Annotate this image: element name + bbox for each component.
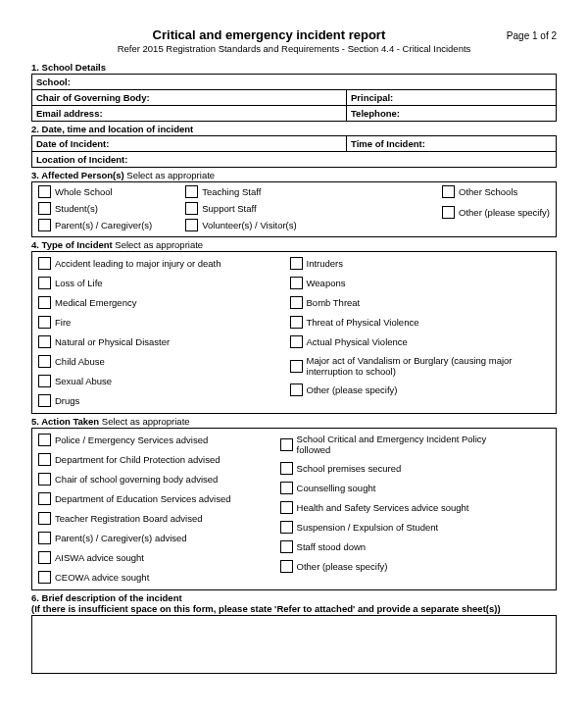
checkbox[interactable] <box>280 501 293 514</box>
school-details-table: School: Chair of Governing Body: Princip… <box>31 74 557 122</box>
checkbox[interactable] <box>38 551 51 564</box>
school-field[interactable]: School: <box>32 75 557 90</box>
principal-field[interactable]: Principal: <box>347 90 557 106</box>
checkbox-label: Counselling sought <box>297 483 376 493</box>
checkbox[interactable] <box>280 560 293 573</box>
checkbox[interactable] <box>185 219 198 231</box>
checkbox-label: Drugs <box>55 395 79 406</box>
checkbox-label: Police / Emergency Services advised <box>55 435 208 445</box>
checkbox[interactable] <box>290 316 303 329</box>
type-incident-box: Accident leading to major injury or deat… <box>31 251 557 414</box>
checkbox-item: Support Staff <box>185 202 296 215</box>
checkbox[interactable] <box>38 355 51 368</box>
checkbox[interactable] <box>38 571 51 584</box>
checkbox-item: School premises secured <box>280 462 503 475</box>
checkbox-item: Counselling sought <box>280 482 503 494</box>
checkbox[interactable] <box>442 185 455 198</box>
checkbox-label: Staff stood down <box>297 541 367 552</box>
checkbox-label: Weapons <box>307 278 346 288</box>
checkbox[interactable] <box>38 335 51 348</box>
checkbox-item: CEOWA advice sought <box>38 571 231 584</box>
checkbox[interactable] <box>38 492 51 505</box>
checkbox-item: Intruders <box>290 257 513 270</box>
page-title: Critical and emergency incident report <box>31 27 507 42</box>
section-6-note: (If there is insufficient space on this … <box>31 603 557 614</box>
checkbox-item: Staff stood down <box>280 540 503 553</box>
checkbox[interactable] <box>290 257 303 270</box>
checkbox-item: Teaching Staff <box>185 185 296 198</box>
checkbox-label: Department of Education Services advised <box>55 493 231 504</box>
date-field[interactable]: Date of Incident: <box>32 136 347 152</box>
checkbox[interactable] <box>38 202 51 215</box>
checkbox-label: Threat of Physical Violence <box>307 317 419 328</box>
checkbox[interactable] <box>38 532 51 544</box>
checkbox[interactable] <box>38 434 51 446</box>
checkbox-item: Natural or Physical Disaster <box>38 335 221 348</box>
date-time-table: Date of Incident: Time of Incident: Loca… <box>31 135 557 168</box>
checkbox[interactable] <box>38 257 51 270</box>
checkbox[interactable] <box>280 482 293 494</box>
checkbox-item: Accident leading to major injury or deat… <box>38 257 221 270</box>
checkbox-label: Loss of Life <box>55 278 103 288</box>
checkbox[interactable] <box>38 375 51 387</box>
checkbox-item: Department for Child Protection advised <box>38 453 231 466</box>
checkbox-label: Medical Emergency <box>55 297 136 308</box>
checkbox-item: Chair of school governing body advised <box>38 473 231 486</box>
chair-field[interactable]: Chair of Governing Body: <box>32 90 347 106</box>
checkbox-label: Whole School <box>55 186 113 197</box>
checkbox-label: Actual Physical Violence <box>307 336 408 347</box>
checkbox-label: Teacher Registration Board advised <box>55 513 203 524</box>
description-box[interactable] <box>31 615 557 674</box>
checkbox[interactable] <box>38 185 51 198</box>
checkbox-item: Parent(s) / Caregiver(s) <box>38 219 152 231</box>
checkbox[interactable] <box>290 335 303 348</box>
checkbox-label: Other Schools <box>459 186 517 197</box>
checkbox[interactable] <box>290 360 303 373</box>
email-field[interactable]: Email address: <box>32 106 347 122</box>
checkbox-label: Bomb Threat <box>307 297 361 308</box>
checkbox-item: Sexual Abuse <box>38 375 221 387</box>
checkbox-item: Drugs <box>38 394 221 407</box>
checkbox-label: Other (please specify) <box>307 384 398 395</box>
checkbox[interactable] <box>38 394 51 407</box>
checkbox[interactable] <box>38 453 51 466</box>
checkbox-item: AISWA advice sought <box>38 551 231 564</box>
checkbox[interactable] <box>185 185 198 198</box>
checkbox[interactable] <box>442 206 455 219</box>
checkbox-item: Parent(s) / Caregiver(s) advised <box>38 532 231 544</box>
checkbox[interactable] <box>38 512 51 525</box>
checkbox-item: Weapons <box>290 277 513 289</box>
checkbox[interactable] <box>290 384 303 396</box>
checkbox[interactable] <box>280 462 293 475</box>
time-field[interactable]: Time of Incident: <box>347 136 557 152</box>
section-6-head: 6. Brief description of the incident <box>31 592 557 603</box>
action-taken-box: Police / Emergency Services advisedDepar… <box>31 428 557 590</box>
checkbox-item: School Critical and Emergency Incident P… <box>280 434 503 455</box>
checkbox[interactable] <box>38 473 51 486</box>
checkbox[interactable] <box>38 296 51 309</box>
telephone-field[interactable]: Telephone: <box>347 106 557 122</box>
checkbox-label: AISWA advice sought <box>55 552 144 563</box>
checkbox-label: School premises secured <box>297 463 402 474</box>
checkbox-label: Other (please specify) <box>297 561 388 572</box>
checkbox-item: Suspension / Expulsion of Student <box>280 521 503 534</box>
checkbox[interactable] <box>38 219 51 231</box>
location-field[interactable]: Location of Incident: <box>32 152 557 168</box>
checkbox[interactable] <box>280 521 293 534</box>
checkbox[interactable] <box>290 277 303 289</box>
checkbox[interactable] <box>280 540 293 553</box>
checkbox-label: Intruders <box>307 258 344 269</box>
checkbox-label: Parent(s) / Caregiver(s) advised <box>55 533 187 543</box>
checkbox[interactable] <box>38 316 51 329</box>
affected-persons-box: Whole SchoolStudent(s)Parent(s) / Caregi… <box>31 181 557 237</box>
checkbox[interactable] <box>185 202 198 215</box>
checkbox[interactable] <box>290 296 303 309</box>
checkbox-item: Fire <box>38 316 221 329</box>
checkbox-item: Health and Safety Services advice sought <box>280 501 503 514</box>
checkbox-label: Student(s) <box>55 203 98 214</box>
checkbox[interactable] <box>38 277 51 289</box>
checkbox[interactable] <box>280 438 293 451</box>
checkbox-item: Other (please specify) <box>290 384 513 396</box>
checkbox-item: Threat of Physical Violence <box>290 316 513 329</box>
checkbox-item: Other (please specify) <box>442 206 550 219</box>
